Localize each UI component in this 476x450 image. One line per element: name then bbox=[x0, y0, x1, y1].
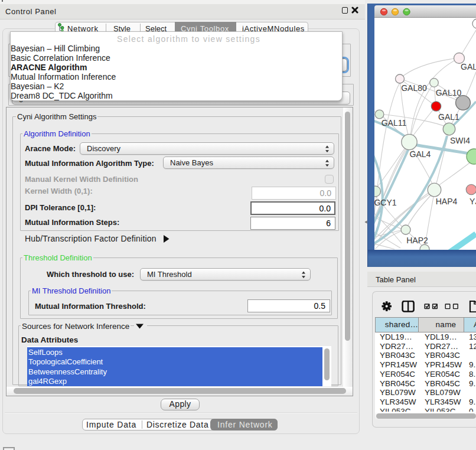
svg-text:GCY1: GCY1 bbox=[374, 198, 397, 207]
svg-text:GAL80: GAL80 bbox=[401, 83, 427, 93]
svg-text:SWI4: SWI4 bbox=[450, 136, 470, 145]
svg-text:GAL1: GAL1 bbox=[438, 112, 459, 122]
svg-text:GAL10: GAL10 bbox=[436, 88, 462, 97]
svg-text:HAP2: HAP2 bbox=[406, 236, 428, 245]
svg-text:YJL: YJL bbox=[470, 197, 476, 206]
svg-text:HAP4: HAP4 bbox=[436, 197, 458, 206]
svg-text:GAL4: GAL4 bbox=[410, 149, 431, 159]
svg-text:GAL2: GAL2 bbox=[461, 62, 476, 71]
svg-text:GAL11: GAL11 bbox=[382, 118, 407, 128]
